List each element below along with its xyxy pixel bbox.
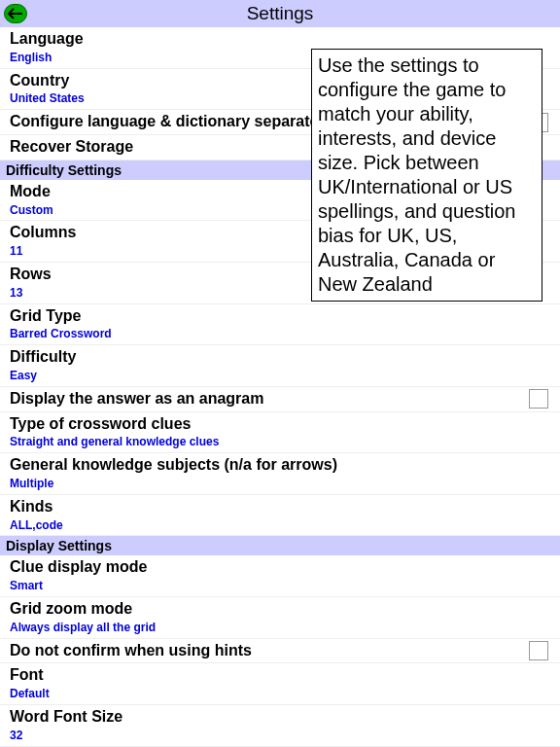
checkbox[interactable]	[529, 389, 548, 409]
row-value: Smart	[10, 578, 550, 594]
page-title: Settings	[247, 3, 314, 24]
row-value: Straight and general knowledge clues	[10, 434, 550, 450]
row-value: ALL,code	[10, 517, 550, 534]
row-label: Kinds	[10, 497, 550, 517]
row-content: General knowledge subjects (n/a for arro…	[10, 455, 550, 492]
settings-row[interactable]: DifficultyEasy	[0, 345, 560, 387]
settings-row[interactable]: FontDefault	[0, 663, 560, 705]
row-value: Always display all the grid	[10, 620, 550, 636]
settings-row[interactable]: KindsALL,code	[0, 495, 560, 537]
header-bar: Settings	[0, 0, 560, 27]
row-content: Display the answer as an anagram	[10, 389, 529, 409]
row-value: Default	[10, 686, 550, 702]
row-value: Multiple	[10, 476, 550, 492]
row-content: Do not confirm when using hints	[10, 641, 529, 661]
back-arrow-icon	[8, 8, 23, 19]
settings-row[interactable]: General knowledge subjects (n/a for arro…	[0, 453, 560, 495]
row-label: Type of crossword clues	[10, 414, 550, 435]
row-label: Word Font Size	[10, 707, 550, 728]
help-tooltip: Use the settings to configure the game t…	[311, 49, 542, 302]
settings-row[interactable]: Clue display modeSmart	[0, 555, 560, 597]
row-label: Grid zoom mode	[10, 599, 550, 620]
row-label: Font	[10, 665, 550, 686]
row-value: Barred Crossword	[10, 326, 550, 342]
row-label: Do not confirm when using hints	[10, 641, 529, 661]
row-content: Grid TypeBarred Crossword	[10, 306, 550, 343]
settings-row[interactable]: Word Font Size32	[0, 705, 560, 747]
settings-row[interactable]: Grid TypeBarred Crossword	[0, 304, 560, 346]
row-content: Grid zoom modeAlways display all the gri…	[10, 599, 550, 636]
row-value: 32	[10, 728, 550, 744]
row-content: Clue display modeSmart	[10, 557, 550, 594]
settings-row[interactable]: Grid zoom modeAlways display all the gri…	[0, 597, 560, 639]
row-content: Type of crossword cluesStraight and gene…	[10, 414, 550, 451]
checkbox[interactable]	[529, 641, 548, 660]
row-label: Grid Type	[10, 306, 550, 327]
row-label: Language	[10, 29, 550, 50]
section-header: Display Settings	[0, 536, 560, 555]
row-content: KindsALL,code	[10, 497, 550, 534]
settings-row[interactable]: Do not confirm when using hints	[0, 639, 560, 664]
row-content: FontDefault	[10, 665, 550, 702]
settings-row[interactable]: Display the answer as an anagram	[0, 387, 560, 412]
row-content: Word Font Size32	[10, 707, 550, 744]
row-label: General knowledge subjects (n/a for arro…	[10, 455, 550, 476]
row-label: Difficulty	[10, 347, 550, 368]
back-button[interactable]	[4, 4, 27, 23]
row-value: Easy	[10, 368, 550, 384]
row-content: DifficultyEasy	[10, 347, 550, 384]
row-label: Clue display mode	[10, 557, 550, 578]
settings-row[interactable]: Type of crossword cluesStraight and gene…	[0, 412, 560, 454]
row-label: Display the answer as an anagram	[10, 389, 529, 409]
